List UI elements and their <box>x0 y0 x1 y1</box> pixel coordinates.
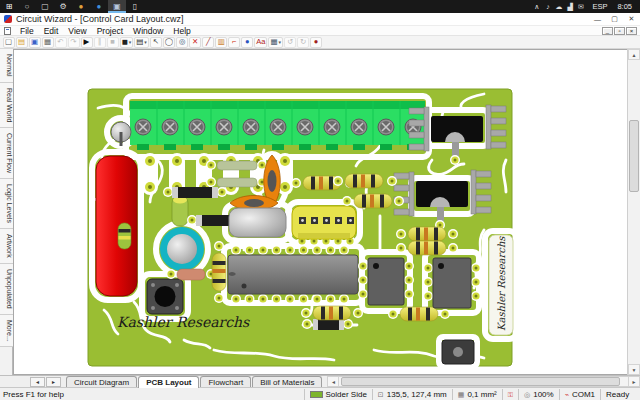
view-tab-more[interactable]: More... <box>0 315 13 348</box>
pcb-canvas[interactable]: Kashler Researchs Kashler Researchs <box>13 49 627 375</box>
bead-tool-button[interactable]: ● <box>241 37 253 48</box>
stop-button[interactable]: ■ <box>107 37 119 48</box>
task-view-icon[interactable]: ▢ <box>36 0 54 13</box>
clock[interactable]: 8:05 <box>613 2 640 11</box>
zoom-tool-button[interactable]: ◎ <box>176 37 188 48</box>
push-button[interactable] <box>147 279 183 314</box>
menu-file[interactable]: File <box>15 26 39 36</box>
layer-indicator[interactable]: Solder Side <box>304 389 372 400</box>
horizontal-scroll-thumb[interactable] <box>341 377 620 386</box>
scroll-left-arrow[interactable]: ◄ <box>328 377 339 386</box>
corner-connector[interactable] <box>442 340 474 364</box>
new-button[interactable]: ▢ <box>3 37 15 48</box>
scroll-up-arrow[interactable]: ▲ <box>628 49 640 60</box>
terminal-block[interactable] <box>130 101 425 150</box>
capacitor-green-small[interactable] <box>172 196 188 226</box>
sil-network[interactable] <box>292 206 356 246</box>
scroll-down-arrow[interactable]: ▼ <box>628 364 640 375</box>
component-mode-button[interactable]: ◼ ▾ <box>120 37 134 48</box>
capacitor-red[interactable] <box>96 156 137 296</box>
minimize-button[interactable]: — <box>589 13 606 25</box>
search-icon[interactable]: ○ <box>18 0 36 13</box>
grid-icon: ▦ <box>458 391 465 398</box>
pause-button[interactable]: ∥ <box>94 37 106 48</box>
text-tool-button[interactable]: Aa <box>254 37 267 48</box>
settings-icon[interactable]: ⚙ <box>54 0 72 13</box>
horizontal-scrollbar[interactable]: ◄ ► <box>327 376 640 387</box>
browser-edge-icon[interactable]: ● <box>90 0 108 13</box>
dropdown-arrow-icon[interactable]: ▾ <box>279 39 282 45</box>
onedrive-icon[interactable]: ☁ <box>553 3 564 11</box>
browser-chrome-icon[interactable]: ● <box>72 0 90 13</box>
tab-pcb-layout[interactable]: PCB Layout <box>138 376 199 388</box>
redo-button[interactable]: ↷ <box>68 37 80 48</box>
view-mode-button[interactable]: ▤ ▾ <box>134 37 149 48</box>
mdi-close-button[interactable]: × <box>626 27 637 35</box>
language-indicator[interactable]: ESP <box>586 2 613 11</box>
tab-scroll-right-button[interactable]: ► <box>46 377 61 387</box>
dropdown-arrow-icon[interactable]: ▾ <box>144 39 147 45</box>
view-tab-logic-levels[interactable]: Logic Levels <box>0 179 13 229</box>
publish-button[interactable]: ● <box>310 37 322 48</box>
tab-flowchart[interactable]: Flowchart <box>200 376 251 387</box>
tab-bill-of-materials[interactable]: Bill of Materials <box>252 376 322 387</box>
network-icon[interactable]: ▟ <box>564 3 575 11</box>
menubar: FileEditViewProjectWindowHelp _ ▫ × <box>0 26 640 36</box>
open-button[interactable]: ▤ <box>16 37 28 48</box>
gallery-button[interactable]: ▥ <box>215 37 227 48</box>
start-icon[interactable]: ⊞ <box>0 0 18 13</box>
workspace: NormalReal WorldCurrent FlowLogic Levels… <box>0 49 640 375</box>
dropdown-arrow-icon[interactable]: ▾ <box>129 39 132 45</box>
phone-icon[interactable]: ▯ <box>126 0 144 13</box>
resistor-vertical-left[interactable] <box>118 223 131 249</box>
com-port-panel[interactable]: ⌁ COM1 <box>559 389 600 400</box>
chat-icon[interactable]: ✉ <box>575 3 586 11</box>
view-tab-artwork[interactable]: Artwork <box>0 229 13 264</box>
volume-icon[interactable]: ♪ <box>542 3 553 10</box>
save-button[interactable]: ▣ <box>29 37 41 48</box>
delete-tool-button[interactable]: ✕ <box>189 37 201 48</box>
rotate-left-button[interactable]: ↺ <box>284 37 296 48</box>
grid-button[interactable]: ▦ ▾ <box>268 37 283 48</box>
rotate-right-button[interactable]: ↻ <box>297 37 309 48</box>
view-tab-normal[interactable]: Normal <box>0 49 13 83</box>
vertical-scrollbar[interactable]: ▲ ▼ <box>627 49 640 375</box>
capacitor-teal[interactable] <box>160 227 204 271</box>
menu-project[interactable]: Project <box>92 26 128 36</box>
lock-panel[interactable]: ⚿ <box>502 389 518 400</box>
relay-gray[interactable] <box>229 208 286 237</box>
run-button[interactable]: ▶ <box>81 37 93 48</box>
mdi-minimize-button[interactable]: _ <box>602 27 613 35</box>
scroll-right-arrow[interactable]: ► <box>628 377 639 386</box>
view-tab-real-world[interactable]: Real World <box>0 83 13 129</box>
document-tabs-row: ◄ ► Circuit DiagramPCB LayoutFlowchartBi… <box>0 375 640 387</box>
menu-view[interactable]: View <box>63 26 91 36</box>
wire-tool-button[interactable]: ╱ <box>202 37 214 48</box>
menu-edit[interactable]: Edit <box>39 26 64 36</box>
zoom-value: 100% <box>533 390 553 399</box>
menu-window[interactable]: Window <box>128 26 168 36</box>
autoroute-button[interactable]: ⌐ <box>228 37 240 48</box>
coordinates-panel: ⊡ 135,5, 127,4 mm <box>372 389 452 400</box>
undo-button[interactable]: ↶ <box>55 37 67 48</box>
circuit-wizard-app-icon[interactable]: ▣ <box>108 0 126 13</box>
close-button[interactable]: ✕ <box>623 13 640 25</box>
tab-row-spacer <box>0 376 30 387</box>
vertical-scroll-thumb[interactable] <box>629 120 639 192</box>
restore-button[interactable]: ▢ <box>606 13 623 25</box>
mdi-restore-button[interactable]: ▫ <box>614 27 625 35</box>
layer-color-swatch <box>310 391 323 398</box>
tab-circuit-diagram[interactable]: Circuit Diagram <box>66 376 137 387</box>
select-tool-button[interactable]: ↖ <box>150 37 162 48</box>
menu-help[interactable]: Help <box>168 26 195 36</box>
view-tab-current-flow[interactable]: Current Flow <box>0 128 13 179</box>
tab-scroll-left-button[interactable]: ◄ <box>30 377 45 387</box>
serial-port-icon: ⌁ <box>565 391 569 398</box>
print-button[interactable]: ▦ <box>42 37 54 48</box>
pan-tool-button[interactable]: ◯ <box>163 37 175 48</box>
status-help-text: Press F1 for help <box>0 390 304 399</box>
statusbar: Press F1 for help Solder Side ⊡ 135,5, 1… <box>0 387 640 400</box>
zoom-panel[interactable]: ◎ 100% <box>518 389 559 400</box>
view-tab-unpopulated[interactable]: Unpopulated <box>0 264 13 315</box>
tray-chevron-icon[interactable]: ∧ <box>531 3 542 11</box>
